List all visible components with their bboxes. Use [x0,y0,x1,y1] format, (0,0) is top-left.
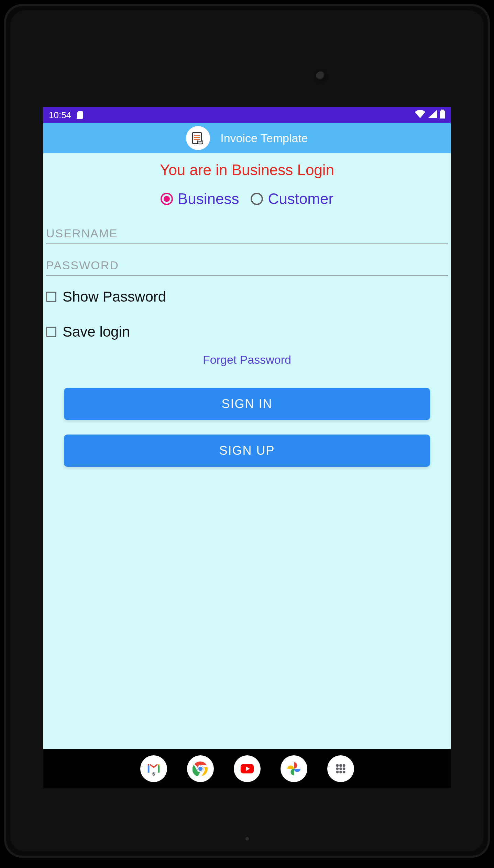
battery-icon [440,110,445,121]
svg-point-6 [154,773,155,774]
username-field-wrapper [46,225,448,244]
home-indicator-dot [245,837,249,841]
chrome-icon[interactable] [187,755,214,782]
show-password-row: Show Password [46,289,448,305]
password-field-wrapper [46,257,448,276]
status-right [415,110,445,121]
wifi-icon [415,110,425,121]
app-logo-icon [186,126,210,150]
save-login-label: Save login [63,324,130,340]
app-drawer-icon[interactable] [327,755,354,782]
svg-point-9 [154,774,155,775]
device-frame: 10:54 [0,0,494,868]
forget-password-link[interactable]: Forget Password [43,353,451,367]
svg-point-7 [152,774,153,775]
app-bar: Invoice Template [43,123,451,153]
svg-point-12 [198,766,203,771]
svg-point-14 [336,764,339,767]
radio-customer[interactable] [251,193,263,205]
status-time: 10:54 [49,110,71,121]
radio-business-label: Business [178,190,239,207]
svg-point-19 [342,767,345,770]
svg-point-4 [152,773,155,776]
sd-card-icon [77,111,83,119]
show-password-checkbox[interactable] [46,292,56,302]
photos-icon[interactable] [281,755,307,782]
status-bar: 10:54 [43,107,451,123]
system-nav-bar [43,749,451,788]
login-heading: You are in Business Login [43,161,451,179]
save-login-checkbox[interactable] [46,327,56,337]
status-left: 10:54 [49,110,83,121]
radio-customer-label: Customer [268,190,333,207]
svg-point-17 [336,767,339,770]
svg-point-22 [342,771,345,774]
tablet-bezel-outer: 10:54 [4,4,490,858]
svg-point-20 [336,771,339,774]
username-input[interactable] [46,225,448,244]
svg-point-15 [339,764,342,767]
save-login-row: Save login [46,324,448,340]
youtube-icon[interactable] [234,755,261,782]
svg-point-5 [152,773,153,774]
svg-point-16 [342,764,345,767]
screen: 10:54 [43,107,451,788]
login-screen: You are in Business Login Business Custo… [43,153,451,749]
radio-business[interactable] [161,193,173,205]
app-title: Invoice Template [220,132,308,145]
password-input[interactable] [46,257,448,276]
svg-point-21 [339,771,342,774]
svg-point-18 [339,767,342,770]
sign-in-button[interactable]: SIGN IN [64,388,430,420]
show-password-label: Show Password [63,289,166,305]
sign-up-button[interactable]: SIGN UP [64,435,430,467]
front-camera [316,71,326,81]
gmail-icon[interactable] [140,755,167,782]
svg-point-8 [153,774,154,775]
signal-icon [428,110,437,121]
login-type-radio-group: Business Customer [43,190,451,207]
